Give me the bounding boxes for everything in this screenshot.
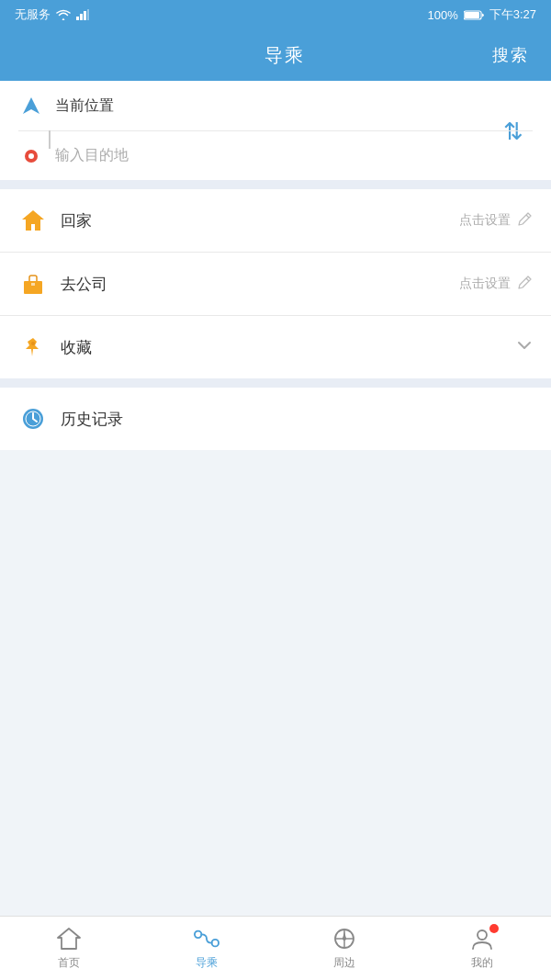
svg-rect-2	[84, 11, 86, 20]
svg-rect-3	[87, 9, 89, 20]
nav-mine-label: 我的	[471, 955, 493, 971]
svg-line-14	[526, 278, 529, 281]
history-section: 历史记录	[0, 388, 551, 450]
battery-percent: 100%	[427, 8, 457, 22]
favorites-item[interactable]: 收藏	[0, 316, 551, 378]
chevron-down-icon	[516, 337, 533, 358]
destination-icon	[18, 148, 44, 164]
mine-badge	[489, 924, 499, 933]
nav-item-mine[interactable]: 我的	[413, 917, 551, 980]
svg-point-15	[31, 342, 35, 345]
history-item[interactable]: 历史记录	[0, 388, 551, 450]
nav-bar: 导乘 搜索	[0, 29, 551, 81]
nav-item-nearby[interactable]: 周边	[276, 917, 413, 980]
bottom-nav: 首页 导乘 周边	[0, 916, 551, 980]
nav-item-home[interactable]: 首页	[0, 917, 138, 980]
status-bar: 无服务 100% 下午3:27	[0, 0, 551, 29]
home-action: 点击设置	[459, 211, 533, 230]
svg-marker-10	[22, 210, 44, 231]
nav-nearby-label: 周边	[333, 955, 355, 971]
svg-rect-0	[76, 17, 79, 20]
svg-point-9	[28, 153, 34, 159]
mine-nav-icon	[469, 926, 495, 952]
favorites-icon	[18, 332, 48, 362]
wifi-icon	[56, 9, 71, 20]
main-content: 当前位置 ⇅ 输入目的地	[0, 81, 551, 980]
current-location-text: 当前位置	[55, 96, 533, 116]
guide-nav-icon	[194, 926, 219, 952]
destination-row[interactable]: 输入目的地	[18, 130, 533, 180]
no-service-text: 无服务	[15, 6, 51, 23]
svg-rect-13	[31, 283, 35, 286]
status-left: 无服务	[15, 6, 89, 23]
home-action-text: 点击设置	[459, 212, 511, 229]
work-label: 去公司	[61, 274, 459, 295]
search-button[interactable]: 搜索	[492, 44, 529, 66]
favorites-label: 收藏	[61, 337, 516, 358]
battery-icon	[464, 10, 484, 20]
destination-placeholder-text: 输入目的地	[55, 146, 533, 165]
current-location-icon	[18, 96, 44, 116]
home-icon	[18, 206, 48, 235]
nav-title: 导乘	[264, 43, 305, 68]
current-location-row[interactable]: 当前位置 ⇅	[18, 81, 533, 130]
svg-point-19	[195, 931, 201, 938]
work-action: 点击设置	[459, 275, 533, 293]
signal-icon	[76, 9, 89, 20]
home-nav-icon	[56, 926, 82, 952]
svg-rect-1	[80, 14, 83, 20]
svg-line-11	[526, 215, 529, 218]
nav-guide-label: 导乘	[196, 955, 218, 971]
home-item[interactable]: 回家 点击设置	[0, 189, 551, 253]
svg-point-20	[212, 940, 219, 946]
svg-marker-6	[23, 97, 39, 114]
connector-line	[49, 130, 51, 149]
work-edit-icon	[518, 275, 533, 293]
work-action-text: 点击设置	[459, 276, 511, 292]
nav-home-label: 首页	[58, 955, 80, 971]
section-divider-1	[0, 180, 551, 189]
svg-point-26	[478, 930, 487, 940]
home-label: 回家	[61, 210, 459, 231]
section-divider-2	[0, 378, 551, 388]
location-section: 当前位置 ⇅ 输入目的地	[0, 81, 551, 180]
quick-items-section: 回家 点击设置 去公司	[0, 189, 551, 378]
work-item[interactable]: 去公司 点击设置	[0, 253, 551, 316]
nearby-nav-icon	[332, 926, 357, 952]
svg-rect-5	[465, 12, 479, 18]
time-display: 下午3:27	[489, 6, 536, 23]
history-label: 历史记录	[61, 409, 533, 430]
work-icon	[18, 269, 48, 299]
home-edit-icon	[518, 211, 533, 230]
history-icon	[18, 404, 48, 434]
svg-marker-18	[58, 929, 80, 949]
nav-item-guide[interactable]: 导乘	[138, 917, 276, 980]
status-right: 100% 下午3:27	[427, 6, 536, 23]
favorites-action	[516, 337, 533, 358]
